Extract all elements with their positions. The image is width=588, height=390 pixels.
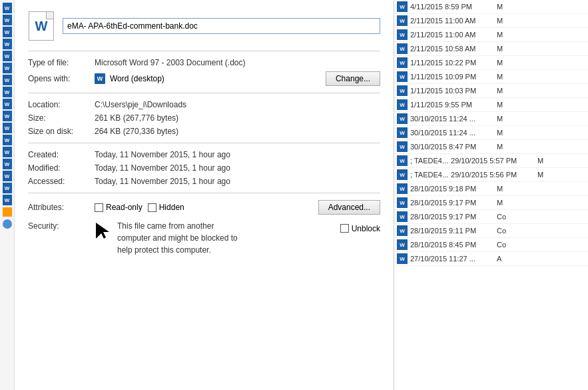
advanced-button[interactable]: Advanced... (318, 200, 380, 215)
file-row-word-icon: W (397, 29, 408, 40)
divider-1 (28, 51, 380, 51)
file-header: W (28, 11, 380, 41)
file-row-name: Co (497, 213, 506, 221)
file-row-word-icon: W (397, 239, 408, 250)
file-row-date: 28/10/2015 9:18 PM (410, 185, 497, 193)
filename-input[interactable] (63, 18, 380, 34)
file-row-date: 29/10/2015 5:57 PM (451, 157, 537, 165)
file-row-name: M (537, 171, 543, 179)
file-row-name: M (537, 157, 543, 165)
unblock-label: Unblock (352, 224, 380, 233)
file-row-date: 27/10/2015 11:27 ... (410, 255, 497, 263)
left-sidebar: W W W W W W W W W W W W W W W W W (0, 0, 15, 390)
file-row-name: M (497, 185, 503, 193)
file-list-row[interactable]: W30/10/2015 11:24 ...M (394, 112, 588, 126)
unblock-checkbox[interactable] (340, 224, 349, 233)
file-list-row[interactable]: W28/10/2015 9:17 PMM (394, 196, 588, 210)
sidebar-icon-3: W (2, 27, 13, 37)
file-row-word-icon: W (397, 211, 408, 222)
file-list-row[interactable]: W28/10/2015 9:17 PMCo (394, 210, 588, 224)
file-list-row[interactable]: W28/10/2015 9:11 PMCo (394, 224, 588, 238)
file-row-name: M (497, 73, 503, 81)
file-row-word-icon: W (397, 225, 408, 236)
file-row-name: Co (497, 227, 506, 235)
file-row-name: M (497, 31, 503, 39)
file-list-panel: W4/11/2015 8:59 PMMW2/11/2015 11:00 AMMW… (394, 0, 588, 390)
attributes-label: Attributes: (28, 203, 95, 212)
file-list-row[interactable]: W; TAEDE4...29/10/2015 5:57 PMM (394, 154, 588, 168)
file-row-name: Co (497, 241, 506, 249)
file-row-date: 1/11/2015 10:03 PM (410, 87, 497, 95)
readonly-checkbox[interactable] (95, 203, 103, 212)
opens-with-content: W Word (desktop) Change... (95, 71, 380, 86)
file-list-row[interactable]: W28/10/2015 9:18 PMM (394, 182, 588, 196)
file-row-date: 2/11/2015 11:00 AM (410, 17, 497, 25)
file-row-name: M (497, 59, 503, 67)
file-row-date: 1/11/2015 10:09 PM (410, 73, 497, 81)
type-value: Microsoft Word 97 - 2003 Document (.doc) (95, 58, 380, 67)
sidebar-icon-18 (2, 207, 13, 217)
file-list: W4/11/2015 8:59 PMMW2/11/2015 11:00 AMMW… (394, 0, 588, 266)
file-list-row[interactable]: W27/10/2015 11:27 ...A (394, 252, 588, 266)
sidebar-icon-13: W (2, 147, 13, 157)
accessed-row: Accessed: Today, 11 November 2015, 1 hou… (28, 177, 380, 186)
file-list-row[interactable]: W; TAEDE4...29/10/2015 5:56 PMM (394, 168, 588, 182)
file-row-date: 2/11/2015 11:00 AM (410, 31, 497, 39)
security-text-line1: This file came from another (117, 221, 214, 231)
security-text: This file came from another computer and… (117, 220, 334, 256)
sidebar-icon-8: W (2, 87, 13, 97)
file-list-row[interactable]: W2/11/2015 11:00 AMM (394, 28, 588, 42)
size-on-disk-label: Size on disk: (28, 127, 95, 136)
readonly-label: Read-only (106, 203, 143, 212)
file-list-row[interactable]: W1/11/2015 10:09 PMM (394, 70, 588, 84)
file-list-row[interactable]: W2/11/2015 10:58 AMM (394, 42, 588, 56)
type-label: Type of file: (28, 58, 95, 67)
file-row-word-icon: W (397, 85, 408, 96)
hidden-label: Hidden (159, 203, 184, 212)
unblock-section[interactable]: Unblock (340, 220, 380, 233)
file-row-word-icon: W (397, 113, 408, 124)
file-row-name: M (497, 87, 503, 95)
location-value: C:\Users\pje_i\Downloads (95, 100, 380, 109)
divider-2 (28, 93, 380, 93)
accessed-value: Today, 11 November 2015, 1 hour ago (95, 177, 380, 186)
type-row: Type of file: Microsoft Word 97 - 2003 D… (28, 58, 380, 67)
file-list-row[interactable]: W28/10/2015 8:45 PMCo (394, 238, 588, 252)
word-doc-icon: W (28, 11, 55, 41)
security-label: Security: (28, 220, 95, 231)
file-row-date: 1/11/2015 10:22 PM (410, 59, 497, 67)
sidebar-icon-6: W (2, 63, 13, 73)
file-row-date: 30/10/2015 11:24 ... (410, 129, 497, 137)
file-row-date: 4/11/2015 8:59 PM (410, 3, 497, 11)
word-small-icon: W Word (desktop) (95, 73, 164, 84)
hidden-checkbox-item[interactable]: Hidden (148, 203, 184, 212)
file-list-row[interactable]: W2/11/2015 11:00 AMM (394, 14, 588, 28)
sidebar-icon-11: W (2, 123, 13, 133)
readonly-checkbox-item[interactable]: Read-only (95, 203, 143, 212)
file-row-date: 29/10/2015 5:56 PM (451, 171, 537, 179)
file-list-row[interactable]: W30/10/2015 8:47 PMM (394, 140, 588, 154)
size-label: Size: (28, 113, 95, 123)
file-list-row[interactable]: W1/11/2015 10:03 PMM (394, 84, 588, 98)
file-row-word-icon: W (397, 127, 408, 138)
file-row-word-icon: W (397, 197, 408, 208)
change-button[interactable]: Change... (326, 71, 380, 86)
sidebar-icon-17: W (2, 195, 13, 205)
file-row-prefix: ; TAEDE4... (410, 171, 448, 179)
file-row-word-icon: W (397, 141, 408, 152)
file-list-row[interactable]: W30/10/2015 11:24 ...M (394, 126, 588, 140)
created-row: Created: Today, 11 November 2015, 1 hour… (28, 150, 380, 159)
file-list-row[interactable]: W4/11/2015 8:59 PMM (394, 0, 588, 14)
file-list-row[interactable]: W1/11/2015 10:22 PMM (394, 56, 588, 70)
size-on-disk-row: Size on disk: 264 KB (270,336 bytes) (28, 127, 380, 136)
file-row-date: 28/10/2015 9:17 PM (410, 199, 497, 207)
file-row-date: 28/10/2015 9:11 PM (410, 227, 497, 235)
divider-4 (28, 193, 380, 193)
svg-marker-0 (96, 223, 109, 239)
modified-label: Modified: (28, 163, 95, 173)
file-row-name: M (497, 101, 503, 109)
file-list-row[interactable]: W1/11/2015 9:55 PMM (394, 98, 588, 112)
main-content: W Type of file: Microsoft Word 97 - 2003… (15, 0, 588, 390)
hidden-checkbox[interactable] (148, 203, 156, 212)
divider-3 (28, 143, 380, 143)
